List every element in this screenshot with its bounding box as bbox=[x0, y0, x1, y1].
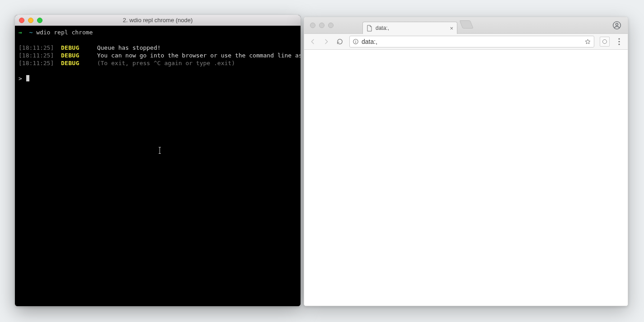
window-close-button[interactable] bbox=[19, 18, 24, 23]
new-tab-button[interactable] bbox=[459, 20, 473, 28]
browser-menu-icon[interactable] bbox=[615, 38, 623, 46]
url-text: data:, bbox=[362, 38, 377, 45]
terminal-log-line: [18:11:25] DEBUG You can now go into the… bbox=[19, 52, 297, 59]
site-info-icon[interactable] bbox=[353, 38, 359, 45]
reload-button[interactable] bbox=[336, 38, 344, 46]
svg-point-4 bbox=[355, 40, 356, 41]
svg-point-8 bbox=[618, 43, 620, 45]
window-close-button[interactable] bbox=[310, 23, 315, 28]
browser-viewport[interactable] bbox=[304, 50, 628, 306]
prompt-cwd: ~ bbox=[29, 29, 33, 36]
prompt-arrow-icon: → bbox=[19, 29, 22, 36]
terminal-title: 2. wdio repl chrome (node) bbox=[15, 17, 301, 24]
repl-prompt-line[interactable]: > bbox=[19, 75, 297, 82]
window-zoom-button[interactable] bbox=[37, 18, 42, 23]
log-level: DEBUG bbox=[61, 60, 80, 66]
browser-toolbar: data:, bbox=[304, 33, 628, 50]
log-timestamp: [18:11:25] bbox=[19, 60, 54, 66]
svg-point-7 bbox=[618, 41, 620, 42]
terminal-blank-line bbox=[19, 36, 297, 44]
terminal-log-line: [18:11:25] DEBUG (To exit, press ^C agai… bbox=[19, 59, 297, 67]
log-timestamp: [18:11:25] bbox=[19, 52, 54, 59]
repl-prompt: > bbox=[19, 75, 22, 82]
log-message: (To exit, press ^C again or type .exit) bbox=[97, 60, 235, 66]
text-cursor-icon bbox=[160, 147, 160, 154]
profile-avatar-icon[interactable] bbox=[611, 20, 622, 31]
window-minimize-button[interactable] bbox=[28, 18, 33, 23]
browser-tab[interactable]: data:, × bbox=[362, 22, 457, 34]
forward-button[interactable] bbox=[322, 38, 330, 46]
extension-button[interactable] bbox=[600, 37, 610, 47]
browser-traffic-lights bbox=[310, 23, 334, 28]
window-minimize-button[interactable] bbox=[319, 23, 324, 28]
terminal-titlebar: 2. wdio repl chrome (node) bbox=[15, 15, 301, 26]
window-zoom-button[interactable] bbox=[328, 23, 334, 28]
terminal-window: 2. wdio repl chrome (node) → ~ wdio repl… bbox=[15, 15, 301, 306]
log-message: You can now go into the browser or use t… bbox=[97, 52, 301, 59]
address-bar[interactable]: data:, bbox=[349, 36, 594, 47]
svg-point-5 bbox=[603, 40, 607, 44]
traffic-lights bbox=[19, 18, 42, 23]
bookmark-star-icon[interactable] bbox=[584, 38, 591, 45]
svg-point-1 bbox=[616, 23, 618, 25]
browser-window: data:, × data:, bbox=[304, 17, 628, 306]
terminal-log-line: [18:11:25] DEBUG Queue has stopped! bbox=[19, 44, 297, 52]
terminal-cursor bbox=[26, 75, 29, 81]
terminal-body[interactable]: → ~ wdio repl chrome [18:11:25] DEBUG Qu… bbox=[15, 26, 301, 306]
page-icon bbox=[367, 25, 372, 32]
svg-point-6 bbox=[618, 38, 620, 39]
log-level: DEBUG bbox=[61, 44, 80, 51]
back-button[interactable] bbox=[309, 38, 317, 46]
tab-close-icon[interactable]: × bbox=[450, 25, 453, 31]
terminal-blank-line bbox=[19, 67, 297, 75]
terminal-prompt-line: → ~ wdio repl chrome bbox=[19, 28, 297, 36]
log-message: Queue has stopped! bbox=[97, 44, 161, 51]
log-level: DEBUG bbox=[61, 52, 80, 59]
prompt-command: wdio repl chrome bbox=[36, 29, 93, 36]
tab-title: data:, bbox=[376, 25, 447, 31]
log-timestamp: [18:11:25] bbox=[19, 44, 54, 51]
browser-tabstrip: data:, × bbox=[304, 17, 628, 33]
